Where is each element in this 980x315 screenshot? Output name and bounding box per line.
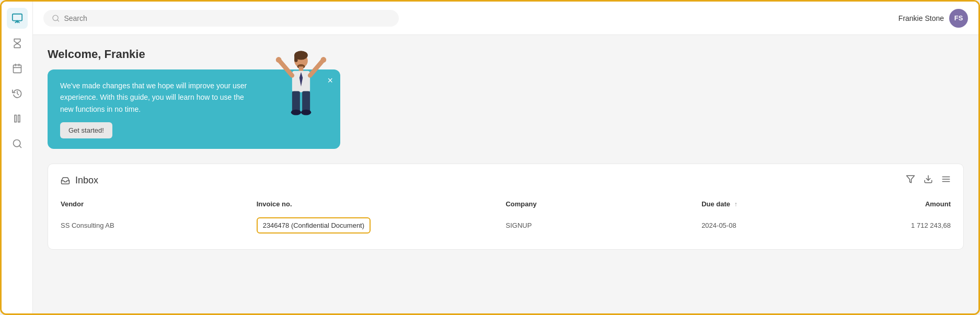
- download-button[interactable]: [924, 174, 933, 186]
- search-input[interactable]: [64, 14, 390, 22]
- svg-rect-16: [299, 66, 304, 71]
- vendor-cell: SS Consulting AB: [61, 212, 257, 239]
- svg-rect-0: [12, 14, 21, 21]
- svg-point-26: [321, 57, 327, 63]
- inbox-title: Inbox: [75, 175, 98, 186]
- table-row: SS Consulting AB 2346478 (Confidential D…: [61, 212, 951, 239]
- sidebar-icon-hourglass[interactable]: [7, 33, 28, 54]
- svg-point-21: [291, 110, 301, 115]
- amount-cell: 1 712 243,68: [862, 212, 951, 239]
- inbox-header: Inbox: [61, 174, 951, 186]
- get-started-button[interactable]: Get started!: [60, 122, 112, 138]
- svg-rect-7: [18, 115, 19, 122]
- filter-icon: [906, 174, 915, 184]
- inbox-actions: [906, 174, 951, 186]
- col-header-duedate: Due date ↑: [701, 196, 862, 212]
- sidebar: [2, 2, 33, 313]
- col-header-vendor: Vendor: [61, 196, 257, 212]
- sidebar-icon-history[interactable]: [7, 83, 28, 104]
- filter-button[interactable]: [906, 174, 915, 186]
- col-header-company: Company: [505, 196, 701, 212]
- person-figure: [272, 49, 330, 127]
- columns-icon: [941, 174, 951, 184]
- welcome-banner-text: We've made changes that we hope will imp…: [60, 80, 259, 115]
- svg-line-9: [19, 146, 21, 148]
- svg-rect-2: [13, 65, 21, 73]
- welcome-prefix: Welcome,: [48, 48, 101, 61]
- inbox-section: Inbox: [48, 164, 964, 250]
- inbox-title-area: Inbox: [61, 175, 98, 186]
- svg-point-22: [301, 110, 311, 115]
- invoice-cell[interactable]: 2346478 (Confidential Document): [257, 212, 506, 239]
- svg-rect-20: [302, 91, 310, 112]
- inbox-icon: [61, 176, 70, 185]
- sort-icon: ↑: [734, 201, 737, 208]
- inbox-table: Vendor Invoice no. Company Due date ↑ Am…: [61, 196, 951, 239]
- welcome-title: Welcome, Frankie: [48, 48, 964, 61]
- user-name: Frankie Stone: [898, 14, 944, 22]
- svg-rect-19: [292, 91, 300, 112]
- sidebar-icon-monitor[interactable]: [7, 8, 28, 29]
- search-icon: [52, 14, 60, 22]
- svg-point-24: [276, 57, 282, 63]
- content-area: Welcome, Frankie × We've made changes th…: [33, 35, 978, 313]
- svg-line-23: [279, 60, 292, 75]
- download-icon: [924, 174, 933, 184]
- sidebar-icon-pause[interactable]: [7, 108, 28, 129]
- col-header-invoice[interactable]: Invoice no.: [257, 196, 506, 212]
- col-header-amount: Amount: [862, 196, 951, 212]
- svg-marker-27: [907, 176, 915, 183]
- company-cell: SIGNUP: [505, 212, 701, 239]
- search-box[interactable]: [43, 10, 399, 27]
- svg-rect-6: [15, 115, 16, 122]
- sidebar-icon-search[interactable]: [7, 133, 28, 154]
- welcome-banner: × We've made changes that we hope will i…: [48, 69, 340, 149]
- avatar: FS: [949, 9, 968, 28]
- main-content: Frankie Stone FS Welcome, Frankie × We'v…: [33, 2, 978, 313]
- duedate-cell: 2024-05-08: [701, 212, 862, 239]
- invoice-highlight[interactable]: 2346478 (Confidential Document): [257, 217, 371, 234]
- sidebar-icon-calendar[interactable]: [7, 58, 28, 79]
- header: Frankie Stone FS: [33, 2, 978, 35]
- columns-button[interactable]: [941, 174, 951, 186]
- svg-rect-14: [294, 54, 297, 62]
- user-area: Frankie Stone FS: [898, 9, 968, 28]
- welcome-name: Frankie: [104, 48, 145, 61]
- svg-line-25: [310, 60, 324, 75]
- svg-line-11: [57, 19, 59, 21]
